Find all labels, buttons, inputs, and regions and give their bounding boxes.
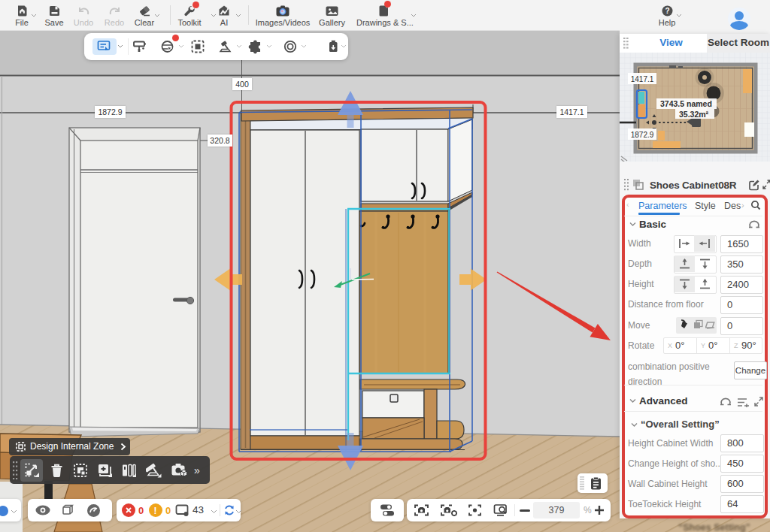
svg-text:?: ? (665, 7, 669, 15)
svg-text:3743.5 named: 3743.5 named (660, 99, 712, 108)
svg-text:1417.1: 1417.1 (631, 75, 654, 83)
svg-text:35.32m²: 35.32m² (679, 110, 709, 119)
svg-text:1872.9: 1872.9 (631, 131, 654, 139)
